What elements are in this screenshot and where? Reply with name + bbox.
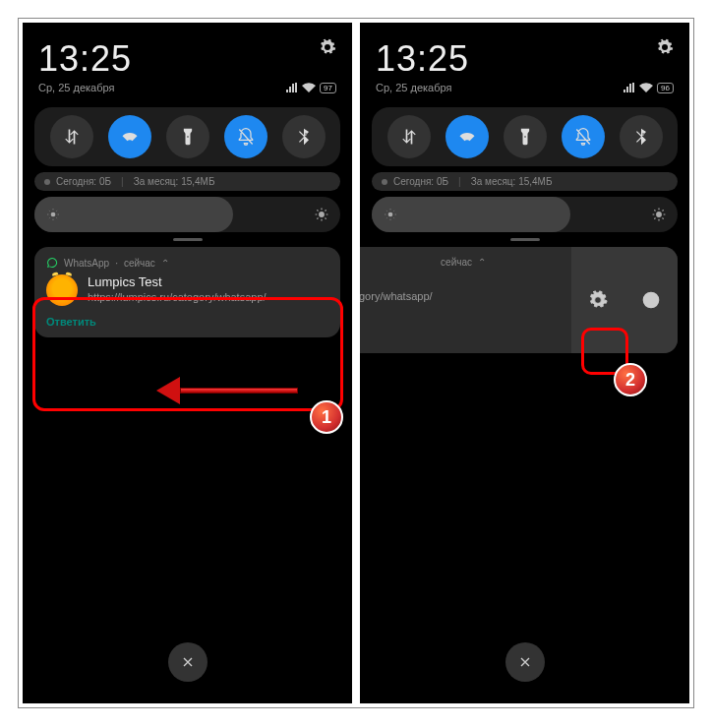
signal-icon xyxy=(623,83,635,92)
message-text: https://lumpics.ru/category/whatsapp/ xyxy=(88,291,267,303)
settings-icon[interactable] xyxy=(656,38,674,56)
date-text: Ср, 25 декабря xyxy=(38,82,114,93)
brightness-low-icon xyxy=(384,208,397,221)
brightness-slider[interactable] xyxy=(372,197,678,232)
annotation-arrow-left xyxy=(156,377,298,404)
data-usage-pill[interactable]: Сегодня: 0Б | За месяц: 15,4МБ xyxy=(372,172,678,191)
wifi-toggle[interactable] xyxy=(108,115,151,158)
notification-app: WhatsApp xyxy=(64,258,109,269)
date-row: Ср, 25 декабря 96 xyxy=(360,82,689,101)
notification-time: сейчас xyxy=(124,258,155,269)
clock-time: 13:25 xyxy=(38,38,132,80)
date-text: Ср, 25 декабря xyxy=(376,82,451,93)
shade-handle[interactable] xyxy=(173,238,203,241)
clear-all-button[interactable] xyxy=(505,642,545,682)
notification-settings-button[interactable] xyxy=(578,280,618,320)
status-bar: 13:25 xyxy=(360,23,689,82)
clock-time: 13:25 xyxy=(376,38,469,80)
wifi-icon xyxy=(639,83,653,92)
sender-avatar xyxy=(46,274,78,306)
reply-button[interactable]: Ответить xyxy=(46,316,328,328)
annotation-badge-2: 2 xyxy=(614,363,647,396)
data-month: За месяц: 15,4МБ xyxy=(134,176,215,187)
dot-icon xyxy=(44,179,50,185)
flashlight-toggle[interactable] xyxy=(504,115,547,158)
bluetooth-toggle[interactable] xyxy=(282,115,326,158)
svg-point-0 xyxy=(51,212,56,217)
data-month: За месяц: 15,4МБ xyxy=(471,176,553,187)
bluetooth-toggle[interactable] xyxy=(620,115,663,158)
phone-screen-right: 13:25 Ср, 25 декабря 96 Сегодня: 0Б | xyxy=(360,23,689,703)
data-today: Сегодня: 0Б xyxy=(393,176,448,187)
signal-icon xyxy=(286,83,298,92)
quick-toggles xyxy=(372,107,678,166)
dnd-toggle[interactable] xyxy=(224,115,267,158)
data-toggle[interactable] xyxy=(50,115,93,158)
wifi-toggle[interactable] xyxy=(445,115,489,158)
notification-card-swiped[interactable]: сейчас ⌃ Lumpics Test https://lumpics.ru… xyxy=(360,247,678,353)
dnd-toggle[interactable] xyxy=(562,115,605,158)
notification-card[interactable]: WhatsApp · сейчас ⌃ Lumpics Test https:/… xyxy=(34,247,340,337)
quick-toggles xyxy=(34,107,340,166)
svg-point-3 xyxy=(656,212,662,217)
brightness-high-icon xyxy=(652,208,666,221)
shade-handle[interactable] xyxy=(510,238,540,241)
date-row: Ср, 25 декабря 97 xyxy=(23,82,352,101)
svg-point-2 xyxy=(388,212,393,217)
settings-icon[interactable] xyxy=(319,38,336,56)
notification-time: сейчас xyxy=(441,257,472,268)
status-bar: 13:25 xyxy=(23,23,352,82)
swipe-actions xyxy=(571,247,678,353)
data-usage-pill[interactable]: Сегодня: 0Б | За месяц: 15,4МБ xyxy=(34,172,340,191)
notification-snooze-button[interactable] xyxy=(631,280,671,320)
sender-name: Lumpics Test xyxy=(360,273,433,288)
dot-icon xyxy=(382,179,387,185)
clear-all-button[interactable] xyxy=(168,642,208,682)
battery-indicator: 97 xyxy=(320,83,336,93)
flashlight-toggle[interactable] xyxy=(166,115,209,158)
data-today: Сегодня: 0Б xyxy=(56,176,111,187)
svg-point-1 xyxy=(319,212,325,217)
phone-screen-left: 13:25 Ср, 25 декабря 97 Сегодня: 0Б | xyxy=(23,23,352,703)
brightness-high-icon xyxy=(315,208,328,221)
sender-name: Lumpics Test xyxy=(88,274,267,289)
brightness-low-icon xyxy=(46,208,60,221)
data-toggle[interactable] xyxy=(387,115,431,158)
annotation-badge-1: 1 xyxy=(310,400,343,434)
wifi-icon xyxy=(302,83,316,92)
battery-indicator: 96 xyxy=(657,83,674,93)
message-text: https://lumpics.ru/category/whatsapp/ xyxy=(360,290,433,302)
whatsapp-icon xyxy=(46,257,58,269)
brightness-slider[interactable] xyxy=(34,197,340,232)
